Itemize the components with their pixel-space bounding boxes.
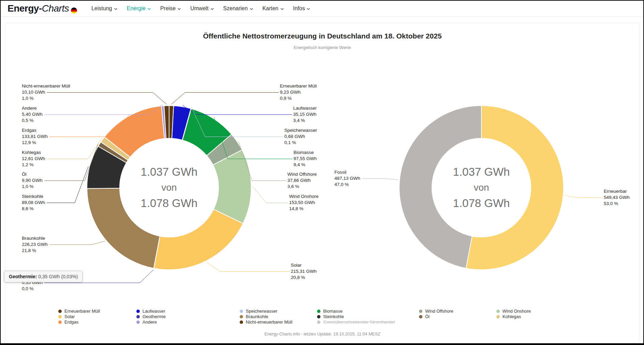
leader-line-erneuerbar [565,195,603,198]
legend-item-label: Solar [64,314,75,319]
navbar: Energy-Charts LeistungEnergiePreiseUmwel… [1,1,643,17]
legend-item-label: Andere [143,319,157,325]
legend-dot-icon [58,310,62,313]
legend-dot-icon [136,320,140,324]
tooltip: Geothermie: 0,35 GWh (0,03%) [4,271,83,282]
browser-page: Energy-Charts LeistungEnergiePreiseUmwel… [0,0,644,345]
legend-item-label: Öl [425,314,430,319]
legend-item-braunkohle[interactable]: Braunkohle [240,314,293,319]
legend-dot-icon [317,320,320,324]
legend-item-label: Steinkohle [323,314,344,319]
leader-line-braunkohle [49,241,105,245]
tooltip-title: Geothermie: [9,274,37,279]
legend-dot-icon [240,320,243,324]
legend-item-label: Kohlegas [503,314,521,319]
legend-item-kohlegas[interactable]: Kohlegas [496,314,531,319]
legend-item-andere[interactable]: Andere [136,319,166,325]
legend-dot-icon [317,310,320,313]
legend-item-wind-onshore[interactable]: Wind Onshore [496,309,531,314]
logo-text-italic: Charts [42,3,69,14]
leader-line-nicht-erneuerbarer-mull [47,93,166,105]
leader-line-erneuerbarer-mull [171,93,279,105]
legend-item-label: Grenzüberschreitender Stromhandel [323,319,395,325]
leader-line-solar [207,262,290,272]
legend-dot-icon [240,315,243,318]
legend-item-label: Biomasse [323,309,343,314]
legend-item-label: Nicht-erneuerbarer Müll [246,319,293,325]
legend-dot-icon [419,315,422,318]
nav-menu: LeistungEnergiePreiseUmweltSzenarienKart… [91,5,310,12]
legend-item-erdgas[interactable]: Erdgas [58,319,100,325]
legend-dot-icon [58,315,62,318]
chevron-down-icon [250,8,253,10]
nav-item-label: Leistung [91,5,112,12]
legend-column-3: SpeicherwasserBraunkohleNicht-erneuerbar… [240,309,293,325]
logo[interactable]: Energy-Charts [8,3,77,14]
donut-charts-svg [5,23,640,344]
legend-item-label: Laufwasser [143,309,165,314]
legend-dot-icon [496,315,500,318]
slice-braunkohle[interactable] [87,188,160,268]
slice-fossil[interactable] [399,106,481,268]
leader-line-wind-onshore [253,187,288,203]
nav-item-energie[interactable]: Energie [127,5,151,12]
chevron-down-icon [280,8,284,10]
legend-item-speicherwasser[interactable]: Speicherwasser [240,309,293,314]
nav-item-infos[interactable]: Infos [293,5,311,12]
slice-solar[interactable] [154,209,243,270]
chevron-down-icon [210,8,214,10]
page-title: Öffentliche Nettostromerzeugung in Deuts… [5,32,639,40]
legend-item-label: Speicherwasser [246,309,278,314]
legend-dot-icon [240,310,243,313]
legend-item-nicht-erneuerbarer-mull[interactable]: Nicht-erneuerbarer Müll [240,319,293,325]
legend-item-ol[interactable]: Öl [419,314,453,319]
legend-column-2: LaufwasserGeothermieAndere [136,309,166,325]
legend-dot-icon [419,310,422,313]
nav-item-label: Infos [293,5,305,12]
leader-line-fossil [362,179,398,180]
legend-dot-icon [58,320,62,324]
legend-item-wind-offshore[interactable]: Wind Offshore [419,309,453,314]
legend-column-5: Wind OffshoreÖl [419,309,453,319]
chevron-down-icon [177,8,181,10]
nav-item-umwelt[interactable]: Umwelt [190,5,214,12]
nav-item-preise[interactable]: Preise [160,5,181,12]
legend-item-label: Erdgas [64,319,78,325]
legend-column-4: BiomasseSteinkohleGrenzüberschreitender … [317,309,395,325]
tooltip-text: 0,35 GWh (0,03%) [37,274,78,279]
legend-item-label: Geothermie [143,314,166,319]
legend-item-steinkohle[interactable]: Steinkohle [317,314,395,319]
legend-dot-icon [136,310,140,313]
chart-card: Öffentliche Nettostromerzeugung in Deuts… [5,23,640,343]
nav-item-label: Preise [160,5,176,12]
nav-item-leistung[interactable]: Leistung [91,5,118,12]
legend-item-geothermie[interactable]: Geothermie [136,314,166,319]
nav-item-label: Szenarien [223,5,248,12]
legend-item-label: Erneuerbarer Müll [64,309,100,314]
leader-line-steinkohle [47,166,88,203]
legend-column-1: Erneuerbarer MüllSolarErdgas [58,309,100,325]
legend-item-erneuerbarer-mull[interactable]: Erneuerbarer Müll [58,309,100,314]
nav-item-szenarien[interactable]: Szenarien [223,5,253,12]
legend-column-6: Wind OnshoreKohlegas [496,309,531,319]
legend-dot-icon [317,315,320,318]
legend-item-label: Braunkohle [246,314,268,319]
german-flag-icon [71,7,77,14]
nav-item-karten[interactable]: Karten [263,5,284,12]
legend-item-grenzuberschreitender-stromhandel[interactable]: Grenzüberschreitender Stromhandel [317,319,395,325]
chevron-down-icon [147,8,151,10]
legend-dot-icon [496,310,500,313]
legend-item-solar[interactable]: Solar [58,314,100,319]
nav-item-label: Umwelt [190,5,208,12]
footer-text: Energy-Charts.info - letztes Update: 19.… [5,332,639,336]
nav-item-label: Karten [263,5,279,12]
page-subtitle: Energetisch korrigierte Werte [5,45,639,50]
legend-dot-icon [136,315,140,318]
legend-item-biomasse[interactable]: Biomasse [317,309,395,314]
legend-item-label: Wind Offshore [425,309,453,314]
chevron-down-icon [306,8,310,10]
logo-text-bold: Energy- [8,3,42,14]
legend-item-laufwasser[interactable]: Laufwasser [136,309,166,314]
chevron-down-icon [114,8,118,10]
nav-item-label: Energie [127,5,146,12]
